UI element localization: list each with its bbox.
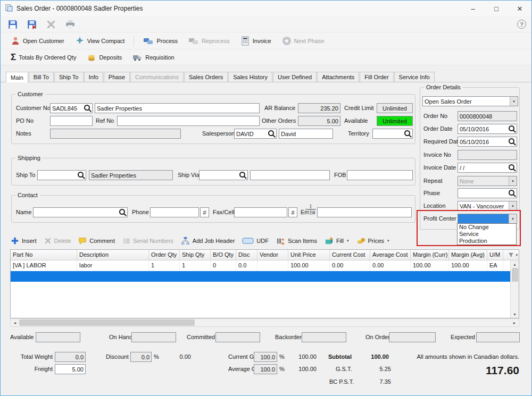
scroll-down-button[interactable]: ▼ <box>511 310 519 318</box>
tab-ship-to[interactable]: Ship To <box>54 72 84 82</box>
scroll-up-button[interactable]: ▲ <box>511 260 519 268</box>
invoice-button[interactable]: Invoice <box>236 35 276 47</box>
phase-field[interactable] <box>458 188 517 198</box>
minimize-button[interactable]: – <box>461 1 485 16</box>
ship-via-name-field[interactable] <box>250 170 330 180</box>
grid-column-header[interactable]: Ship Qty <box>180 250 211 260</box>
tab-sales-orders[interactable]: Sales Orders <box>184 72 228 82</box>
print-button[interactable] <box>63 18 77 31</box>
grid-column-header[interactable]: B/O Qty <box>211 250 236 260</box>
fax-dial-button[interactable]: # <box>288 207 297 217</box>
grid-column-header[interactable]: Average Cost <box>370 250 411 260</box>
profit-center-dropdown[interactable]: ▾ <box>458 214 517 224</box>
repeat-dropdown[interactable]: None ▾ <box>458 176 517 186</box>
profit-center-option[interactable]: No Change <box>458 224 516 231</box>
grid-column-header[interactable]: Part No <box>11 250 77 260</box>
freight-field[interactable]: 5.00 <box>55 364 86 374</box>
vertical-scrollbar[interactable]: ▲ ▼ <box>510 260 519 318</box>
discount-pct-value[interactable]: 0.0 <box>130 352 152 362</box>
tab-fill-order[interactable]: Fill Order <box>360 72 393 82</box>
table-row[interactable]: [VA ] LABOR labor 1 1 0 0.0 100.00 0.00 … <box>11 260 510 271</box>
tab-service-info[interactable]: Service Info <box>394 72 435 82</box>
ship-to-field[interactable] <box>37 170 86 180</box>
customer-no-field[interactable]: SADL845 <box>50 103 93 113</box>
grid-column-header[interactable]: Order Qty <box>149 250 180 260</box>
profit-center-option[interactable]: Production <box>458 238 516 245</box>
grid-column-header[interactable]: Current Cost <box>330 250 370 260</box>
ref-no-field[interactable] <box>117 116 260 126</box>
help-button[interactable]: ? <box>517 20 526 29</box>
scroll-left-button[interactable]: ◄ <box>11 319 19 326</box>
scroll-right-button[interactable]: ► <box>510 319 519 326</box>
territory-field[interactable] <box>372 129 413 139</box>
grid-column-header[interactable]: Margin (Avg) <box>449 250 487 260</box>
selected-row[interactable] <box>11 271 510 282</box>
order-status-dropdown[interactable]: Open Sales Order ▾ <box>422 96 518 106</box>
required-date-field[interactable]: 05/10/2016 <box>458 137 517 147</box>
customer-name-field[interactable]: Sadler Properties <box>95 103 260 113</box>
add-job-header-button[interactable]: Add Job Header <box>177 235 239 247</box>
phone-dial-button[interactable]: # <box>200 207 209 217</box>
reprocess-button[interactable]: Reprocess <box>184 35 235 47</box>
tab-sales-history[interactable]: Sales History <box>228 72 272 82</box>
open-customer-button[interactable]: Open Customer <box>6 35 69 47</box>
tab-attachments[interactable]: Attachments <box>317 72 359 82</box>
phone-field[interactable] <box>150 207 199 217</box>
ship-via-lookup-button[interactable] <box>238 172 247 179</box>
territory-lookup-button[interactable] <box>403 130 412 137</box>
vertical-scroll-thumb[interactable] <box>512 268 518 282</box>
close-button[interactable]: ✕ <box>508 1 531 16</box>
comment-button[interactable]: Comment <box>74 235 119 246</box>
salesperson-code-field[interactable]: DAVID <box>234 129 277 139</box>
tab-bill-to[interactable]: Bill To <box>29 72 54 82</box>
totals-by-ordered-qty-button[interactable]: Σ Totals By Ordered Qty <box>6 51 81 63</box>
serial-numbers-button[interactable]: Serial Numbers <box>119 236 177 246</box>
tab-phase[interactable]: Phase <box>104 72 130 82</box>
salesperson-name-field[interactable]: David <box>279 129 333 139</box>
profit-center-option[interactable]: Service <box>458 231 516 238</box>
order-date-field[interactable]: 05/10/2016 <box>458 124 517 134</box>
maximize-button[interactable]: □ <box>485 1 508 16</box>
grid-column-header[interactable]: Vendor <box>257 250 288 260</box>
requisition-button[interactable]: Requisition <box>128 51 179 64</box>
insert-line-button[interactable]: Insert <box>7 235 40 246</box>
tab-communications[interactable]: Communications <box>130 72 184 82</box>
customer-lookup-button[interactable] <box>83 105 92 112</box>
required-date-lookup-button[interactable] <box>508 138 517 145</box>
salesperson-lookup-button[interactable] <box>267 130 276 137</box>
horizontal-scroll-thumb[interactable] <box>19 319 195 326</box>
contact-lookup-button[interactable] <box>118 209 127 216</box>
email-field[interactable] <box>317 207 412 217</box>
tab-info[interactable]: Info <box>84 72 103 82</box>
grid-column-header[interactable]: Unit Price <box>288 250 330 260</box>
order-date-lookup-button[interactable] <box>508 125 517 132</box>
invoice-date-field[interactable]: / / <box>458 163 517 173</box>
fob-field[interactable] <box>347 170 413 180</box>
deposits-button[interactable]: Deposits <box>82 51 127 64</box>
ship-to-lookup-button[interactable] <box>77 172 86 179</box>
grid-column-header[interactable]: U/M <box>487 250 503 260</box>
notes-field[interactable] <box>50 129 181 139</box>
prices-button[interactable]: Prices ▾ <box>353 235 393 247</box>
fax-cell-field[interactable] <box>234 207 287 217</box>
save-button[interactable] <box>6 18 20 31</box>
horizontal-scrollbar[interactable]: ◄ ► <box>10 318 519 327</box>
location-dropdown[interactable]: VAN - Vancouver ▾ <box>458 201 517 211</box>
grid-column-header[interactable]: Disc <box>236 250 257 260</box>
tab-main[interactable]: Main <box>6 72 28 82</box>
contact-name-field[interactable] <box>33 207 128 217</box>
ship-via-field[interactable] <box>199 170 248 180</box>
save-close-button[interactable] <box>25 18 39 31</box>
view-compact-button[interactable]: View Compact <box>70 35 130 47</box>
udf-button[interactable]: UDF <box>238 236 272 246</box>
tab-user-defined[interactable]: User Defined <box>273 72 317 82</box>
po-no-field[interactable] <box>50 116 93 126</box>
scan-items-button[interactable]: Scan Items <box>272 235 321 247</box>
fill-button[interactable]: Fill ▾ <box>321 235 353 247</box>
process-button[interactable]: Process <box>138 35 182 47</box>
grid-column-header[interactable]: Margin (Curr) <box>411 250 449 260</box>
delete-order-button[interactable] <box>44 18 58 31</box>
invoice-date-lookup-button[interactable] <box>508 164 517 171</box>
next-phase-button[interactable]: Next Phase <box>277 35 329 47</box>
grid-column-header[interactable]: Description <box>77 250 149 260</box>
